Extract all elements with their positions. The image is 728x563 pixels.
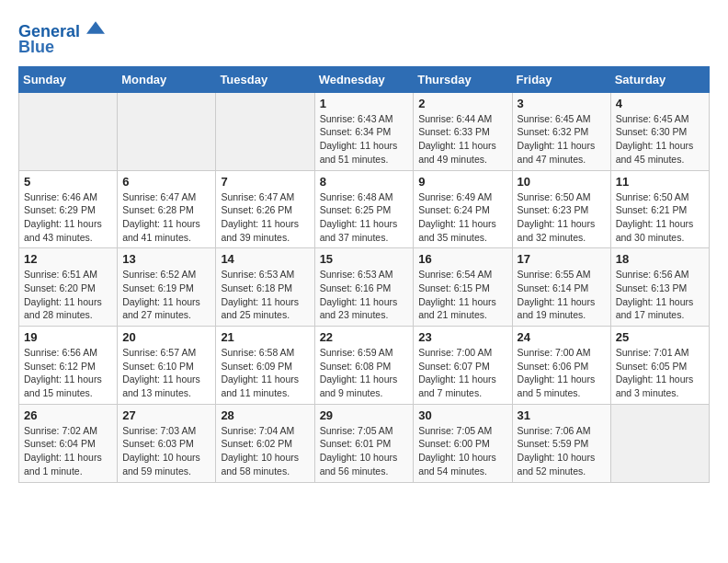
day-number: 25 — [616, 330, 704, 344]
weekday-sunday: Sunday — [19, 66, 118, 92]
day-detail: Sunrise: 6:56 AM Sunset: 6:13 PM Dayligh… — [616, 268, 704, 322]
calendar-week-1: 1Sunrise: 6:43 AM Sunset: 6:34 PM Daylig… — [19, 92, 710, 170]
day-number: 10 — [518, 175, 606, 189]
day-detail: Sunrise: 7:02 AM Sunset: 6:04 PM Dayligh… — [24, 424, 112, 478]
calendar-week-2: 5Sunrise: 6:46 AM Sunset: 6:29 PM Daylig… — [19, 170, 710, 248]
calendar-cell: 24Sunrise: 7:00 AM Sunset: 6:06 PM Dayli… — [512, 327, 610, 405]
day-detail: Sunrise: 6:48 AM Sunset: 6:25 PM Dayligh… — [320, 190, 409, 245]
day-number: 9 — [418, 175, 506, 189]
day-number: 24 — [518, 330, 606, 344]
weekday-saturday: Saturday — [610, 66, 709, 92]
day-detail: Sunrise: 6:45 AM Sunset: 6:32 PM Dayligh… — [518, 112, 606, 167]
day-number: 31 — [518, 408, 606, 422]
day-detail: Sunrise: 6:55 AM Sunset: 6:14 PM Dayligh… — [518, 268, 606, 322]
day-detail: Sunrise: 6:52 AM Sunset: 6:19 PM Dayligh… — [122, 268, 210, 322]
calendar-cell: 10Sunrise: 6:50 AM Sunset: 6:23 PM Dayli… — [512, 170, 610, 248]
day-detail: Sunrise: 6:59 AM Sunset: 6:08 PM Dayligh… — [320, 346, 409, 400]
day-number: 28 — [221, 408, 309, 422]
day-number: 13 — [122, 252, 210, 266]
day-number: 30 — [418, 408, 506, 422]
calendar-week-4: 19Sunrise: 6:56 AM Sunset: 6:12 PM Dayli… — [19, 327, 710, 405]
day-number: 29 — [320, 408, 409, 422]
day-number: 2 — [418, 97, 506, 110]
day-detail: Sunrise: 7:05 AM Sunset: 6:01 PM Dayligh… — [320, 424, 409, 478]
day-detail: Sunrise: 6:50 AM Sunset: 6:21 PM Dayligh… — [616, 190, 704, 245]
day-detail: Sunrise: 6:47 AM Sunset: 6:26 PM Dayligh… — [221, 190, 309, 245]
day-detail: Sunrise: 6:49 AM Sunset: 6:24 PM Dayligh… — [418, 190, 506, 245]
day-detail: Sunrise: 7:04 AM Sunset: 6:02 PM Dayligh… — [221, 424, 309, 478]
day-detail: Sunrise: 6:53 AM Sunset: 6:16 PM Dayligh… — [320, 268, 409, 322]
day-number: 16 — [418, 252, 506, 266]
day-number: 7 — [221, 175, 309, 189]
day-detail: Sunrise: 6:47 AM Sunset: 6:28 PM Dayligh… — [122, 190, 210, 245]
calendar-cell: 4Sunrise: 6:45 AM Sunset: 6:30 PM Daylig… — [610, 92, 709, 170]
calendar-cell: 8Sunrise: 6:48 AM Sunset: 6:25 PM Daylig… — [314, 170, 414, 248]
weekday-tuesday: Tuesday — [216, 66, 314, 92]
calendar-cell: 30Sunrise: 7:05 AM Sunset: 6:00 PM Dayli… — [414, 404, 512, 482]
day-detail: Sunrise: 6:46 AM Sunset: 6:29 PM Dayligh… — [24, 190, 112, 245]
day-detail: Sunrise: 6:50 AM Sunset: 6:23 PM Dayligh… — [518, 190, 606, 245]
day-number: 1 — [320, 97, 409, 110]
day-number: 18 — [616, 252, 704, 266]
calendar-cell: 7Sunrise: 6:47 AM Sunset: 6:26 PM Daylig… — [216, 170, 314, 248]
day-number: 14 — [221, 252, 309, 266]
day-detail: Sunrise: 6:56 AM Sunset: 6:12 PM Dayligh… — [24, 346, 112, 400]
calendar-cell: 22Sunrise: 6:59 AM Sunset: 6:08 PM Dayli… — [314, 327, 414, 405]
day-detail: Sunrise: 7:06 AM Sunset: 5:59 PM Dayligh… — [518, 424, 606, 478]
calendar-cell: 3Sunrise: 6:45 AM Sunset: 6:32 PM Daylig… — [512, 92, 610, 170]
weekday-monday: Monday — [118, 66, 216, 92]
calendar-cell: 26Sunrise: 7:02 AM Sunset: 6:04 PM Dayli… — [19, 404, 118, 482]
day-number: 8 — [320, 175, 409, 189]
day-number: 12 — [24, 252, 112, 266]
calendar-cell: 15Sunrise: 6:53 AM Sunset: 6:16 PM Dayli… — [314, 248, 414, 327]
weekday-header-row: SundayMondayTuesdayWednesdayThursdayFrid… — [19, 66, 710, 92]
calendar-cell: 5Sunrise: 6:46 AM Sunset: 6:29 PM Daylig… — [19, 170, 118, 248]
calendar-cell: 28Sunrise: 7:04 AM Sunset: 6:02 PM Dayli… — [216, 404, 314, 482]
day-detail: Sunrise: 6:54 AM Sunset: 6:15 PM Dayligh… — [418, 268, 506, 322]
day-detail: Sunrise: 7:00 AM Sunset: 6:06 PM Dayligh… — [518, 346, 606, 400]
calendar-cell: 2Sunrise: 6:44 AM Sunset: 6:33 PM Daylig… — [414, 92, 512, 170]
day-number: 11 — [616, 175, 704, 189]
calendar-cell: 9Sunrise: 6:49 AM Sunset: 6:24 PM Daylig… — [414, 170, 512, 248]
day-number: 5 — [24, 175, 112, 189]
day-detail: Sunrise: 7:00 AM Sunset: 6:07 PM Dayligh… — [418, 346, 506, 400]
day-number: 19 — [24, 330, 112, 344]
day-number: 21 — [221, 330, 309, 344]
day-number: 26 — [24, 408, 112, 422]
day-detail: Sunrise: 7:05 AM Sunset: 6:00 PM Dayligh… — [418, 424, 506, 478]
calendar-table: SundayMondayTuesdayWednesdayThursdayFrid… — [18, 66, 710, 483]
day-detail: Sunrise: 7:03 AM Sunset: 6:03 PM Dayligh… — [122, 424, 210, 478]
calendar-cell — [118, 92, 216, 170]
calendar-cell: 6Sunrise: 6:47 AM Sunset: 6:28 PM Daylig… — [118, 170, 216, 248]
day-number: 27 — [122, 408, 210, 422]
weekday-thursday: Thursday — [414, 66, 512, 92]
day-number: 17 — [518, 252, 606, 266]
logo-icon — [86, 18, 105, 37]
weekday-wednesday: Wednesday — [314, 66, 414, 92]
page-header: General Blue — [18, 18, 710, 57]
day-detail: Sunrise: 6:58 AM Sunset: 6:09 PM Dayligh… — [221, 346, 309, 400]
day-detail: Sunrise: 6:51 AM Sunset: 6:20 PM Dayligh… — [24, 268, 112, 322]
day-number: 20 — [122, 330, 210, 344]
calendar-week-5: 26Sunrise: 7:02 AM Sunset: 6:04 PM Dayli… — [19, 404, 710, 482]
calendar-cell: 25Sunrise: 7:01 AM Sunset: 6:05 PM Dayli… — [610, 327, 709, 405]
day-detail: Sunrise: 6:53 AM Sunset: 6:18 PM Dayligh… — [221, 268, 309, 322]
day-number: 4 — [616, 97, 704, 110]
day-detail: Sunrise: 6:43 AM Sunset: 6:34 PM Dayligh… — [320, 112, 409, 167]
calendar-cell — [19, 92, 118, 170]
calendar-cell: 29Sunrise: 7:05 AM Sunset: 6:01 PM Dayli… — [314, 404, 414, 482]
calendar-body: 1Sunrise: 6:43 AM Sunset: 6:34 PM Daylig… — [19, 92, 710, 482]
calendar-cell: 23Sunrise: 7:00 AM Sunset: 6:07 PM Dayli… — [414, 327, 512, 405]
calendar-cell — [610, 404, 709, 482]
weekday-friday: Friday — [512, 66, 610, 92]
calendar-cell: 20Sunrise: 6:57 AM Sunset: 6:10 PM Dayli… — [118, 327, 216, 405]
calendar-cell: 14Sunrise: 6:53 AM Sunset: 6:18 PM Dayli… — [216, 248, 314, 327]
calendar-cell: 16Sunrise: 6:54 AM Sunset: 6:15 PM Dayli… — [414, 248, 512, 327]
logo: General Blue — [18, 18, 105, 57]
day-number: 3 — [518, 97, 606, 110]
calendar-cell: 12Sunrise: 6:51 AM Sunset: 6:20 PM Dayli… — [19, 248, 118, 327]
day-detail: Sunrise: 6:45 AM Sunset: 6:30 PM Dayligh… — [616, 112, 704, 167]
calendar-cell: 11Sunrise: 6:50 AM Sunset: 6:21 PM Dayli… — [610, 170, 709, 248]
calendar-cell: 13Sunrise: 6:52 AM Sunset: 6:19 PM Dayli… — [118, 248, 216, 327]
calendar-cell: 31Sunrise: 7:06 AM Sunset: 5:59 PM Dayli… — [512, 404, 610, 482]
